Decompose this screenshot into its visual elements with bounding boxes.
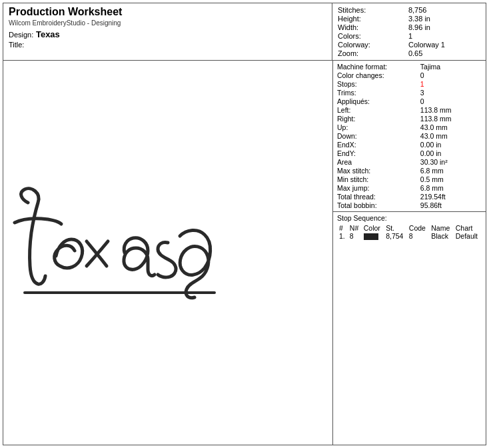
min-stitch-label: Min stitch: [337,175,418,183]
header-stats: Stitches: 8,756 Height: 3.38 in Width: 8… [332,3,486,60]
color-changes-label: Color changes: [337,71,418,79]
col-code: Code [407,224,429,232]
total-thread-label: Total thread: [337,193,418,201]
max-stitch-label: Max stitch: [337,167,418,175]
endx-value: 0.00 in [420,141,482,149]
col-hash: # [337,224,348,232]
col-name: Name [429,224,454,232]
zoom-value: 0.65 [408,49,480,57]
header: Production Worksheet Wilcom EmbroiderySt… [3,3,486,61]
machine-format-value: Tajima [420,63,482,71]
width-label: Width: [338,23,406,31]
appliques-value: 0 [420,97,482,105]
row-chart: Default [454,232,482,240]
design-label: Design: [9,31,33,39]
zoom-label: Zoom: [338,49,406,57]
row-name: Black [429,232,454,240]
machine-info: Machine format: Tajima Color changes: 0 … [333,61,486,212]
stop-sequence: Stop Sequence: # N# Color St. Code Name … [333,212,486,242]
main-content: Machine format: Tajima Color changes: 0 … [3,61,486,445]
stitches-label: Stitches: [338,6,406,14]
table-row: 1. 8 8,754 8 Black Default [337,232,482,240]
trims-label: Trims: [337,89,418,97]
row-n-num: 8 [348,232,362,240]
left-value: 113.8 mm [420,106,482,114]
design-name: Texas [36,29,60,39]
left-label: Left: [337,106,418,114]
up-value: 43.0 mm [420,123,482,131]
min-stitch-value: 0.5 mm [420,175,482,183]
down-label: Down: [337,132,418,140]
colorway-label: Colorway: [338,41,406,49]
canvas-area [3,61,332,445]
title-label: Title: [9,41,24,49]
appliques-label: Appliqués: [337,97,418,105]
height-value: 3.38 in [408,15,480,23]
row-num: 1. [337,232,348,240]
trims-value: 3 [420,89,482,97]
stop-table: # N# Color St. Code Name Chart 1. 8 8,75… [337,224,482,240]
col-color: Color [362,224,384,232]
endy-value: 0.00 in [420,149,482,157]
right-value: 113.8 mm [420,115,482,123]
header-left: Production Worksheet Wilcom EmbroiderySt… [3,3,332,60]
stitches-value: 8,756 [408,6,480,14]
height-label: Height: [338,15,406,23]
down-value: 43.0 mm [420,132,482,140]
max-jump-value: 6.8 mm [420,184,482,192]
colors-value: 1 [408,32,480,40]
endx-label: EndX: [337,141,418,149]
total-thread-value: 219.54ft [420,193,482,201]
col-chart: Chart [454,224,482,232]
area-label: Area [337,158,418,166]
width-value: 8.96 in [408,23,480,31]
color-changes-value: 0 [420,71,482,79]
total-bobbin-label: Total bobbin: [337,201,418,209]
max-jump-label: Max jump: [337,184,418,192]
stop-table-header: # N# Color St. Code Name Chart [337,224,482,232]
up-label: Up: [337,123,418,131]
worksheet-title: Production Worksheet [9,6,326,18]
row-code: 8 [407,232,429,240]
design-row: Design: Texas [9,29,326,39]
production-worksheet: Production Worksheet Wilcom EmbroiderySt… [3,3,486,445]
stop-sequence-title: Stop Sequence: [337,214,482,222]
right-panel: Machine format: Tajima Color changes: 0 … [332,61,486,445]
endy-label: EndY: [337,149,418,157]
max-stitch-value: 6.8 mm [420,167,482,175]
total-bobbin-value: 95.86ft [420,201,482,209]
colorway-value: Colorway 1 [408,41,480,49]
app-subtitle: Wilcom EmbroideryStudio - Designing [9,19,326,27]
col-st: St. [384,224,407,232]
color-swatch [364,233,378,240]
col-n-hash: N# [348,224,362,232]
stops-label: Stops: [337,80,418,88]
row-st: 8,754 [384,232,407,240]
area-value: 30.30 in² [420,158,482,166]
stops-value: 1 [420,80,482,88]
texas-embroidery [8,163,328,363]
row-color [362,232,384,240]
colors-label: Colors: [338,32,406,40]
right-label: Right: [337,115,418,123]
machine-format-label: Machine format: [337,63,418,71]
title-row: Title: [9,41,326,49]
